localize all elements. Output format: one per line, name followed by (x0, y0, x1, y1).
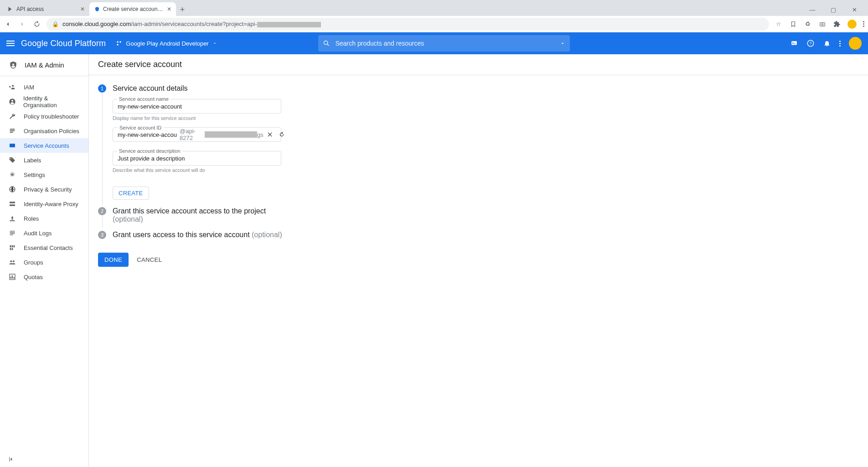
sidebar-title: IAM & Admin (25, 61, 64, 69)
collapse-icon[interactable] (0, 451, 88, 467)
clear-icon[interactable] (266, 131, 274, 138)
svg-rect-41 (9, 457, 10, 461)
nav-buttons (4, 20, 41, 28)
step-2: 2 Grant this service account access to t… (98, 207, 372, 228)
sidebar-item-groups[interactable]: Groups (0, 255, 88, 270)
chevron-down-icon (212, 41, 217, 46)
refresh-icon[interactable] (278, 131, 285, 138)
svg-rect-6 (791, 41, 797, 45)
sidebar-item-identity[interactable]: Identity & Organisation (0, 94, 88, 109)
bookmark-icon[interactable] (789, 20, 797, 28)
sidebar-item-contacts[interactable]: Essential Contacts (0, 240, 88, 255)
sidebar-item-quotas[interactable]: Quotas (0, 270, 88, 284)
sidebar-item-privacy[interactable]: Privacy & Security (0, 182, 88, 197)
maximize-icon[interactable]: ▢ (827, 6, 840, 13)
sidebar-item-label: Essential Contacts (24, 244, 73, 251)
notifications-icon[interactable] (823, 39, 831, 47)
sidebar-item-org-policies[interactable]: Organisation Policies (0, 124, 88, 138)
main-panel: Create service account 1 Service account… (89, 54, 868, 467)
svg-rect-32 (14, 245, 15, 248)
forward-icon[interactable] (18, 20, 26, 28)
svg-point-4 (117, 44, 119, 46)
gcp-shield-icon (94, 6, 100, 12)
sidebar-item-settings[interactable]: Settings (0, 167, 88, 182)
sidebar-item-iam[interactable]: IAM (0, 80, 88, 94)
help-icon[interactable]: ? (806, 39, 815, 47)
project-icon (116, 40, 122, 47)
window-controls: — ▢ ✕ (806, 6, 868, 16)
svg-rect-23 (10, 202, 15, 203)
browser-tab[interactable]: API access ✕ (3, 2, 89, 16)
close-icon[interactable]: ✕ (167, 6, 171, 12)
create-button[interactable]: CREATE (113, 187, 149, 200)
svg-rect-30 (10, 245, 11, 248)
kebab-icon[interactable] (839, 41, 841, 47)
svg-rect-14 (10, 130, 15, 131)
new-tab-button[interactable]: + (176, 3, 189, 16)
camera-icon[interactable] (818, 20, 827, 28)
back-icon[interactable] (4, 20, 12, 28)
reload-icon[interactable] (33, 20, 41, 28)
sidebar-item-iap[interactable]: Identity-Aware Proxy (0, 197, 88, 211)
kebab-icon[interactable] (863, 21, 864, 27)
sidebar-item-service-accounts[interactable]: Service Accounts (0, 138, 88, 153)
cloud-shell-icon[interactable] (790, 39, 798, 47)
gcp-logo[interactable]: Google Cloud Platform (21, 39, 106, 48)
sidebar-item-label: Privacy & Security (24, 186, 72, 193)
step-number-3: 3 (98, 231, 106, 239)
svg-point-20 (10, 158, 11, 159)
tab-title: Create service account – IAM & / (103, 6, 164, 12)
header-actions: ? (790, 37, 862, 50)
step-1-title: Service account details (113, 84, 372, 93)
svg-rect-19 (13, 146, 14, 146)
svg-point-9 (12, 63, 14, 65)
search-box[interactable] (318, 35, 570, 52)
svg-rect-39 (12, 275, 13, 279)
id-label: Service account ID (118, 125, 163, 130)
service-account-desc-field: Service account description (113, 151, 281, 166)
wrench-icon (8, 112, 16, 120)
hamburger-icon[interactable] (6, 41, 15, 46)
play-store-icon (7, 6, 14, 12)
groups-icon (8, 258, 16, 266)
lock-icon: 🔒 (52, 21, 59, 27)
svg-point-12 (11, 100, 13, 102)
search-input[interactable] (336, 40, 554, 47)
cancel-button[interactable]: CANCEL (137, 256, 162, 263)
step-number-2: 2 (98, 207, 106, 215)
sidebar-item-audit-logs[interactable]: Audit Logs (0, 226, 88, 240)
close-icon[interactable]: ✕ (80, 6, 85, 12)
extensions-icon[interactable] (833, 20, 841, 28)
minimize-icon[interactable]: — (806, 6, 819, 13)
quotas-icon (8, 273, 16, 281)
profile-avatar[interactable] (847, 20, 857, 29)
svg-rect-28 (10, 234, 15, 234)
search-icon (323, 40, 330, 47)
address-bar[interactable]: 🔒 console.cloud.google.com/iam-admin/ser… (46, 18, 769, 31)
svg-rect-25 (12, 218, 13, 220)
done-button[interactable]: DONE (98, 253, 129, 267)
sidebar-item-roles[interactable]: Roles (0, 211, 88, 226)
account-avatar[interactable] (849, 37, 862, 50)
browser-tab-strip: API access ✕ Create service account – IA… (0, 0, 868, 16)
account-circle-icon (8, 98, 16, 106)
project-selector[interactable]: Google Play Android Developer (112, 38, 220, 49)
svg-rect-24 (10, 204, 15, 206)
sidebar-item-troubleshooter[interactable]: Policy troubleshooter (0, 109, 88, 124)
person-add-icon (8, 83, 16, 91)
svg-point-10 (12, 85, 14, 87)
step-3-title: Grant users access to this service accou… (113, 231, 372, 239)
sidebar-item-label: Service Accounts (24, 142, 69, 149)
star-icon[interactable]: ☆ (775, 20, 783, 28)
desc-helper: Describe what this service account will … (113, 167, 372, 173)
sidebar-item-label: Identity & Organisation (23, 95, 80, 109)
close-window-icon[interactable]: ✕ (848, 6, 861, 13)
svg-point-1 (822, 23, 823, 25)
sidebar-item-labels[interactable]: Labels (0, 153, 88, 167)
service-account-icon (8, 141, 16, 150)
recycle-icon[interactable]: ♻ (804, 20, 812, 28)
browser-actions: ☆ ♻ (775, 20, 864, 29)
browser-tab-active[interactable]: Create service account – IAM & / ✕ (89, 2, 176, 16)
chevron-down-icon[interactable] (560, 41, 565, 46)
svg-rect-18 (13, 145, 14, 145)
